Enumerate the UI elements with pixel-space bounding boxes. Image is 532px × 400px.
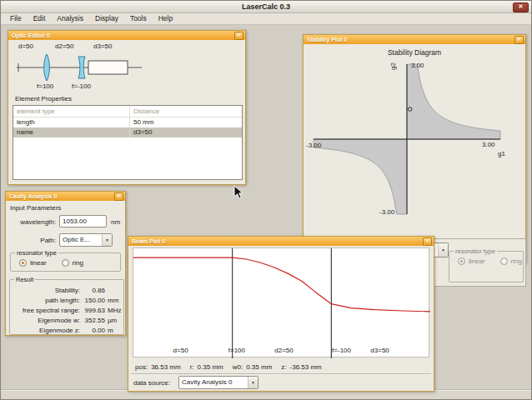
distance-label-2: d2=50 <box>55 42 73 50</box>
x-axis-label: g1 <box>498 150 505 158</box>
radio-linear[interactable] <box>19 259 27 267</box>
stability-plot-close-button[interactable]: ✕ <box>514 36 524 44</box>
result-lines: Stability: 0.86 path length: 150.00 mm f… <box>10 280 123 336</box>
table-header-row: element type Distance <box>13 106 242 118</box>
menu-display[interactable]: Display <box>89 13 124 24</box>
x-max-tick: 3.00 <box>482 141 495 148</box>
menu-file[interactable]: File <box>4 13 28 24</box>
wavelength-input[interactable]: 1053.00 <box>59 215 107 228</box>
result-value: 0.86 <box>80 286 105 296</box>
beam-element-label-1: d=50 <box>173 347 188 354</box>
r-value: 0.35 mm <box>198 363 223 371</box>
menu-tools[interactable]: Tools <box>124 13 153 24</box>
optic-editor-titlebar[interactable]: Optic Editor 0 ✕ <box>8 31 245 40</box>
optic-editor-title: Optic Editor 0 <box>12 31 234 40</box>
y-min-tick: -3.00 <box>379 208 394 216</box>
result-value: 150.00 <box>80 296 105 306</box>
close-icon: ✕ <box>237 32 241 38</box>
crystal-block-icon[interactable] <box>88 61 128 74</box>
data-source-combobox[interactable]: Cavity Analysis 0 ▼ <box>178 376 258 389</box>
radio-ring[interactable] <box>500 258 508 265</box>
stability-plot-titlebar[interactable]: Stability Plot 0 ✕ <box>304 35 525 44</box>
path-value: Optic E... <box>60 234 102 246</box>
cell-type: name <box>13 128 130 138</box>
radio-linear-label: linear <box>469 258 485 265</box>
menu-edit[interactable]: Edit <box>28 13 52 24</box>
header-distance[interactable]: Distance <box>130 106 242 117</box>
stable-region-q3 <box>314 139 407 214</box>
beam-element-label-2: f=100 <box>228 347 245 354</box>
result-value: 352.55 <box>80 316 105 326</box>
background-resonator-label: resonator type <box>454 248 497 255</box>
cell-value: 50 mm <box>130 118 242 128</box>
cavity-analysis-titlebar[interactable]: Cavity Analysis 0 ✕ <box>6 192 125 201</box>
data-source-value: Cavity Analysis 0 <box>179 377 248 388</box>
resonator-type-group: resonator type linear ring <box>10 252 121 272</box>
beam-plot-titlebar[interactable]: Beam Plot 0 ✕ <box>128 237 434 246</box>
beam-plot-canvas[interactable]: d=50 f=100 d2=50 f=-100 d3=50 <box>133 248 429 358</box>
menu-analysis[interactable]: Analysis <box>51 13 89 24</box>
z-value: -36.53 mm <box>290 363 322 371</box>
result-unit: µm <box>108 316 117 326</box>
result-group: Result Stability: 0.86 path length: 150.… <box>9 279 124 335</box>
radio-ring-label: ring <box>511 258 522 265</box>
radio-linear[interactable] <box>458 258 465 265</box>
mouse-cursor <box>233 185 243 200</box>
menubar: File Edit Analysis Display Tools Help <box>1 13 531 25</box>
stability-diagram-canvas[interactable] <box>304 44 525 263</box>
close-button[interactable]: ✕ <box>513 2 529 12</box>
header-element-type[interactable]: element type <box>13 106 130 117</box>
optic-editor-content: d=50 d2=50 d3=50 f=100 f=-100 Element Pr… <box>8 40 245 184</box>
result-label-text: Stability: <box>10 286 80 296</box>
result-label-text: Eigenmode w: <box>10 316 80 326</box>
window-optic-editor: Optic Editor 0 ✕ d=50 d2=50 d3=50 f=100 … <box>8 30 246 185</box>
beam-element-label-3: d2=50 <box>274 347 293 354</box>
wavelength-value: 1053.00 <box>63 218 87 225</box>
result-label-text: Eigenmode z: <box>10 326 80 336</box>
stability-plot-content: Stability Diagram 3.00 g2 -3.00 3.00 g1 … <box>304 44 525 262</box>
result-unit: MHz <box>108 306 121 316</box>
path-combobox[interactable]: Optic E... ▼ <box>59 233 113 247</box>
result-stability: Stability: 0.86 <box>10 286 123 296</box>
close-icon: ✕ <box>517 37 521 42</box>
separator <box>131 373 431 375</box>
w0-label: w0: <box>233 363 243 371</box>
menu-help[interactable]: Help <box>153 13 178 24</box>
cavity-analysis-content: Input Parameters wavelength: 1053.00 nm … <box>6 201 125 335</box>
beam-plot-content: d=50 f=100 d2=50 f=-100 d3=50 pos: 36.53… <box>128 246 434 391</box>
optic-editor-close-button[interactable]: ✕ <box>234 32 243 40</box>
element-properties-label: Element Properties <box>15 95 72 102</box>
chevron-down-icon: ▼ <box>438 243 448 257</box>
result-fsr: free spectral range: 999.63 MHz <box>10 306 123 316</box>
stability-plot-title: Stability Plot 0 <box>307 35 514 44</box>
radio-ring[interactable] <box>62 259 69 267</box>
close-icon: ✕ <box>425 238 429 243</box>
chevron-down-icon: ▼ <box>248 377 258 388</box>
result-unit: mm <box>108 296 118 306</box>
table-row[interactable]: length 50 mm <box>13 118 242 128</box>
window-beam-plot: Beam Plot 0 ✕ d=50 f=100 d2=50 f=-100 d3… <box>128 236 434 392</box>
result-eigenmode-z: Eigenmode z: 0.00 m <box>10 326 123 336</box>
close-icon: ✕ <box>117 193 121 198</box>
beam-radius-curve <box>133 258 430 312</box>
z-label: z: <box>281 363 286 371</box>
x-min-tick: -3.00 <box>306 142 321 149</box>
optic-schematic[interactable] <box>15 52 148 83</box>
beam-plot-close-button[interactable]: ✕ <box>423 238 432 246</box>
cavity-analysis-title: Cavity Analysis 0 <box>9 192 114 201</box>
beam-element-label-4: f=-100 <box>332 347 351 354</box>
cavity-analysis-close-button[interactable]: ✕ <box>114 192 123 201</box>
focal-label-1: f=100 <box>37 82 53 90</box>
resonator-type-label: resonator type <box>15 249 58 257</box>
data-source-label: data source: <box>133 379 170 387</box>
distance-label-3: d3=50 <box>93 42 112 50</box>
r-label: r: <box>190 363 194 371</box>
main-titlebar[interactable]: LaserCalc 0.3 ✕ <box>1 1 531 13</box>
result-value: 999.63 <box>80 306 105 316</box>
convex-lens-icon[interactable] <box>44 54 50 81</box>
y-axis-label: g2 <box>389 62 397 70</box>
beam-plot-title: Beam Plot 0 <box>132 237 423 246</box>
table-row-selected[interactable]: name d3=50 <box>13 128 242 138</box>
window-cavity-analysis: Cavity Analysis 0 ✕ Input Parameters wav… <box>5 191 126 336</box>
background-resonator-group: resonator type linear ring <box>449 251 524 282</box>
